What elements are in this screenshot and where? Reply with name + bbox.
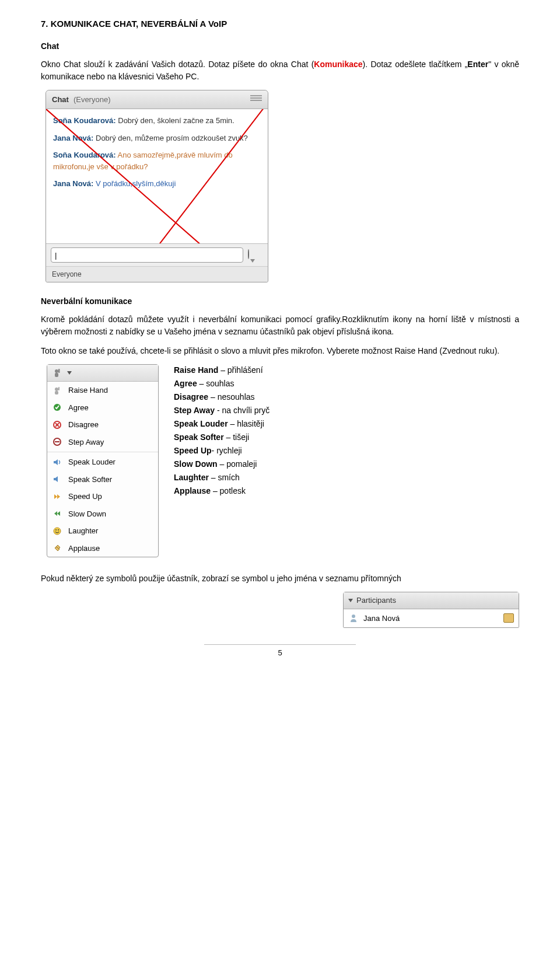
svg-rect-3: [55, 373, 58, 377]
speak-louder-icon: [52, 457, 62, 467]
chat-scope: (Everyone): [74, 94, 111, 106]
svg-marker-14: [54, 459, 58, 465]
menu-label: Applause: [68, 543, 100, 554]
participant-name: Jana Nová: [363, 613, 400, 624]
svg-rect-13: [55, 441, 60, 442]
def-text: – smích: [209, 473, 240, 482]
participants-panel: Participants Jana Nová: [343, 592, 519, 628]
menu-item-speak-softer[interactable]: Speak Softer: [47, 471, 158, 488]
svg-marker-19: [54, 511, 57, 516]
menu-item-applause[interactable]: Applause: [47, 540, 158, 557]
svg-point-21: [55, 529, 57, 530]
svg-rect-7: [58, 387, 60, 390]
menu-label: Step Away: [68, 437, 104, 448]
participants-title: Participants: [356, 595, 396, 606]
participant-row: Jana Nová: [344, 609, 519, 628]
menu-label: Disagree: [68, 419, 99, 431]
svg-marker-15: [54, 476, 58, 482]
raise-hand-top[interactable]: [47, 365, 158, 382]
menu-item-raise-hand[interactable]: Raise Hand: [47, 382, 158, 399]
menu-item-laughter[interactable]: Laughter: [47, 522, 158, 540]
chat-author: Jana Nová:: [53, 179, 93, 188]
chat-desc-text: Okno Chat slouží k zadávání Vašich dotaz…: [41, 60, 314, 69]
def-term: Slow Down: [174, 459, 218, 469]
svg-marker-17: [57, 494, 60, 499]
chat-msg: Jana Nová: V pořádku,slyším,děkuji: [53, 178, 261, 190]
svg-marker-18: [57, 511, 60, 516]
chat-titlebar: Chat (Everyone): [46, 90, 268, 110]
send-bubble-icon[interactable]: [248, 249, 263, 261]
def-term: Agree: [174, 379, 197, 388]
def-term: Speak Softer: [174, 432, 224, 442]
section-heading-chat: Chat: [41, 40, 519, 53]
menu-label: Laughter: [68, 525, 98, 537]
def-text: – tišeji: [224, 432, 250, 442]
person-raise-icon: [52, 368, 62, 378]
agree-icon: [52, 402, 62, 413]
chat-footer: Everyone: [46, 266, 268, 282]
chat-author: Soňa Koudarová:: [53, 116, 116, 125]
chat-desc-text2: ). Dotaz odešlete tlačítkem „: [363, 60, 468, 69]
menu-item-agree[interactable]: Agree: [47, 399, 158, 417]
chat-window: Chat (Everyone) Soňa Koudarová: Dobrý de…: [46, 90, 268, 283]
chat-msg: Soňa Koudarová: Ano samozřejmě,právě mlu…: [53, 149, 261, 172]
nonverbal-para1: Kromě pokládání dotazů můžete využít i n…: [41, 313, 519, 338]
menu-item-speak-louder[interactable]: Speak Louder: [47, 453, 158, 471]
chat-input[interactable]: [51, 247, 243, 263]
svg-line-0: [46, 109, 221, 243]
menu-label: Speak Louder: [68, 456, 116, 468]
menu-item-speed-up[interactable]: Speed Up: [47, 488, 158, 505]
applause-icon: [503, 613, 514, 623]
participants-para: Pokud některý ze symbolů použije účastní…: [41, 572, 519, 585]
participants-titlebar[interactable]: Participants: [344, 592, 519, 609]
step-away-icon: [52, 437, 62, 447]
chat-description: Okno Chat slouží k zadávání Vašich dotaz…: [41, 58, 519, 83]
page-title: 7. KOMUNIKACE CHAT, NEVERBÁLNÍ A VoIP: [41, 18, 519, 31]
applause-icon: [52, 543, 62, 553]
svg-point-5: [55, 388, 58, 391]
def-text: – pomaleji: [218, 459, 257, 469]
svg-rect-4: [58, 369, 60, 373]
def-term: Disagree: [174, 392, 208, 402]
raise-hand-icon: [52, 385, 62, 396]
nonverbal-para2: Toto okno se také používá, chcete-li se …: [41, 345, 519, 357]
def-text: – nesouhlas: [208, 392, 254, 402]
svg-rect-6: [55, 391, 58, 395]
chat-menu-icon[interactable]: [250, 95, 262, 103]
chat-author: Soňa Koudarová:: [53, 151, 116, 159]
chevron-down-icon: [348, 599, 353, 602]
chat-msg: Soňa Koudarová: Dobrý den, školení začne…: [53, 115, 261, 127]
disagree-icon: [52, 420, 62, 430]
svg-point-22: [58, 529, 59, 530]
chat-msg: Jana Nová: Dobrý den, můžeme prosím odzk…: [53, 132, 261, 144]
menu-label: Raise Hand: [68, 385, 108, 396]
speed-up-icon: [52, 491, 62, 502]
svg-marker-16: [54, 494, 57, 499]
menu-item-disagree[interactable]: Disagree: [47, 416, 158, 434]
menu-label: Speak Softer: [68, 474, 112, 486]
speak-softer-icon: [52, 474, 62, 484]
def-term: Step Away: [174, 406, 215, 415]
def-term: Laughter: [174, 473, 209, 482]
svg-point-20: [54, 528, 61, 535]
person-icon: [348, 613, 359, 623]
menu-item-slow-down[interactable]: Slow Down: [47, 505, 158, 523]
def-text: – souhlas: [197, 379, 235, 388]
def-text: – přihlášení: [218, 365, 262, 375]
menu-item-step-away[interactable]: Step Away: [47, 434, 158, 451]
def-text: - rychleji: [212, 446, 242, 455]
chat-text: Dobrý den, můžeme prosím odzkoušet zvuk?: [96, 134, 248, 142]
svg-line-1: [145, 109, 268, 243]
laughter-icon: [52, 526, 62, 536]
def-term: Speed Up: [174, 446, 212, 455]
chevron-down-icon: [67, 371, 72, 375]
slow-down-icon: [52, 508, 62, 519]
chat-desc-red: Komunikace: [314, 60, 362, 69]
svg-point-23: [352, 615, 355, 618]
chat-title: Chat: [52, 94, 69, 106]
def-text: - na chvíli pryč: [215, 406, 270, 415]
def-text: – hlasitěji: [228, 419, 264, 428]
chat-body: Soňa Koudarová: Dobrý den, školení začne…: [46, 109, 268, 243]
svg-point-2: [55, 369, 58, 373]
def-term: Raise Hand: [174, 365, 218, 375]
